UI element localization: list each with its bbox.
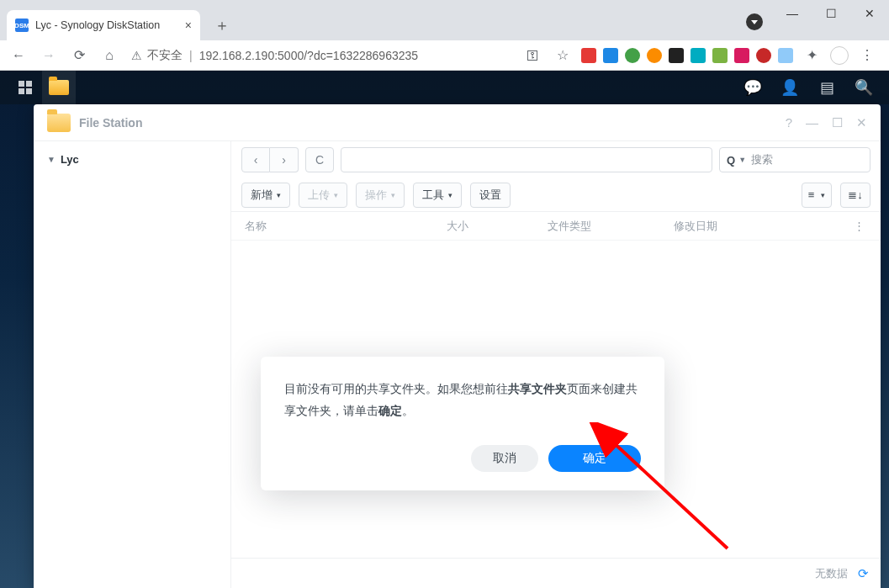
nav-refresh-button[interactable]: C bbox=[305, 147, 334, 172]
browser-toolbar-right: ⚿ ☆ ✦ ⋮ bbox=[521, 44, 882, 67]
path-nav-bar: ‹ › C Q ▼ 搜索 bbox=[231, 141, 881, 178]
url-display[interactable]: ⚠ 不安全 | 192.168.2.190:5000/?dc=163228696… bbox=[131, 48, 418, 63]
taskbar-file-station[interactable] bbox=[42, 71, 76, 104]
search-input[interactable]: Q ▼ 搜索 bbox=[719, 147, 870, 172]
extension-icon[interactable] bbox=[712, 48, 728, 63]
col-size[interactable]: 大小 bbox=[447, 219, 548, 234]
tools-button[interactable]: 工具▾ bbox=[413, 183, 462, 208]
window-title: File Station bbox=[79, 116, 142, 130]
ok-button[interactable]: 确定 bbox=[548, 445, 641, 472]
col-date[interactable]: 修改日期 bbox=[674, 219, 850, 234]
insecure-label: 不安全 bbox=[147, 48, 183, 63]
extension-icon[interactable] bbox=[669, 48, 684, 63]
browser-menu-icon[interactable]: ⋮ bbox=[855, 44, 879, 67]
window-maximize-icon[interactable]: ☐ bbox=[832, 115, 843, 130]
extension-icon[interactable] bbox=[691, 48, 706, 63]
browser-tab[interactable]: DSM Lyc - Synology DiskStation × bbox=[7, 10, 200, 40]
dsm-favicon: DSM bbox=[15, 19, 29, 32]
star-icon[interactable]: ☆ bbox=[551, 44, 574, 67]
tab-close-icon[interactable]: × bbox=[185, 19, 192, 32]
dsm-desktop: 💬 👤 ▤ 🔍 File Station ? — ☐ ✕ ▼ Lyc bbox=[0, 71, 889, 588]
profile-avatar-icon[interactable] bbox=[830, 46, 849, 65]
extension-icon[interactable] bbox=[581, 48, 596, 63]
caret-down-icon: ▼ bbox=[47, 155, 56, 164]
view-list-button[interactable]: ≡ ▾ bbox=[802, 183, 832, 208]
extension-icon[interactable] bbox=[647, 48, 662, 63]
dsm-search-icon[interactable]: 🔍 bbox=[847, 71, 881, 104]
window-maximize[interactable]: ☐ bbox=[812, 0, 850, 27]
new-tab-button[interactable]: ＋ bbox=[210, 13, 234, 37]
browser-address-bar: ← → ⟳ ⌂ ⚠ 不安全 | 192.168.2.190:5000/?dc=1… bbox=[0, 40, 889, 71]
window-minimize-icon[interactable]: — bbox=[806, 115, 818, 130]
dsm-widgets-icon[interactable]: ▤ bbox=[810, 71, 844, 104]
url-text: 192.168.2.190:5000/?dc=1632286963235 bbox=[199, 49, 418, 62]
folder-icon bbox=[47, 114, 71, 132]
window-controls: — ☐ ✕ bbox=[773, 0, 889, 27]
search-icon: Q bbox=[727, 154, 735, 167]
window-close[interactable]: ✕ bbox=[850, 0, 889, 27]
folder-tree-sidebar: ▼ Lyc bbox=[34, 141, 231, 588]
col-type[interactable]: 文件类型 bbox=[548, 219, 674, 234]
extension-icon[interactable] bbox=[778, 48, 793, 63]
dialog-message: 目前没有可用的共享文件夹。如果您想前往共享文件夹页面来创建共享文件夹，请单击确定… bbox=[284, 379, 641, 421]
dsm-main-menu[interactable] bbox=[8, 71, 42, 104]
extension-icon[interactable] bbox=[603, 48, 618, 63]
nav-back-icon[interactable]: ← bbox=[7, 44, 30, 67]
window-close-icon[interactable]: ✕ bbox=[856, 115, 867, 130]
status-bar: 无数据 ⟳ bbox=[231, 558, 881, 588]
extensions-puzzle-icon[interactable]: ✦ bbox=[800, 44, 823, 67]
search-placeholder: 搜索 bbox=[751, 152, 773, 167]
settings-button[interactable]: 设置 bbox=[470, 183, 511, 208]
confirm-dialog: 目前没有可用的共享文件夹。如果您想前往共享文件夹页面来创建共享文件夹，请单击确定… bbox=[261, 357, 664, 490]
extension-icon[interactable] bbox=[734, 48, 749, 63]
status-text: 无数据 bbox=[815, 566, 848, 581]
status-reload-icon[interactable]: ⟳ bbox=[858, 566, 869, 581]
window-titlebar[interactable]: File Station ? — ☐ ✕ bbox=[34, 104, 881, 141]
chevron-down-icon: ▼ bbox=[738, 156, 746, 164]
dsm-user-icon[interactable]: 👤 bbox=[773, 71, 807, 104]
folder-icon bbox=[49, 80, 69, 95]
col-menu-icon[interactable]: ⋮ bbox=[850, 220, 867, 232]
grid-icon bbox=[19, 81, 32, 94]
nav-forward-button[interactable]: › bbox=[270, 147, 299, 172]
sort-button[interactable]: ≣↓ bbox=[840, 183, 870, 208]
browser-tab-strip: DSM Lyc - Synology DiskStation × ＋ — ☐ ✕ bbox=[0, 0, 889, 40]
nav-back-button[interactable]: ‹ bbox=[241, 147, 270, 172]
key-icon[interactable]: ⚿ bbox=[521, 44, 544, 67]
file-toolbar: 新增▾ 上传▾ 操作▾ 工具▾ 设置 ≡ ▾ ≣↓ bbox=[231, 178, 881, 212]
extension-icon[interactable] bbox=[756, 48, 771, 63]
column-headers: 名称 大小 文件类型 修改日期 ⋮ bbox=[231, 212, 881, 241]
new-button[interactable]: 新增▾ bbox=[241, 183, 290, 208]
file-station-window: File Station ? — ☐ ✕ ▼ Lyc ‹ › bbox=[34, 104, 881, 588]
insecure-icon: ⚠ bbox=[131, 49, 142, 62]
extension-icon[interactable] bbox=[625, 48, 640, 63]
dsm-chat-icon[interactable]: 💬 bbox=[736, 71, 770, 104]
nav-forward-icon[interactable]: → bbox=[37, 44, 61, 67]
dsm-taskbar: 💬 👤 ▤ 🔍 bbox=[0, 71, 889, 104]
tab-overflow-icon[interactable] bbox=[746, 13, 763, 30]
path-input[interactable] bbox=[341, 147, 712, 172]
tab-title: Lyc - Synology DiskStation bbox=[35, 19, 160, 31]
tree-root-node[interactable]: ▼ Lyc bbox=[47, 153, 217, 166]
window-minimize[interactable]: — bbox=[773, 0, 812, 27]
window-help-icon[interactable]: ? bbox=[786, 115, 792, 130]
col-name[interactable]: 名称 bbox=[245, 219, 447, 234]
upload-button[interactable]: 上传▾ bbox=[299, 183, 347, 208]
nav-home-icon[interactable]: ⌂ bbox=[98, 44, 121, 67]
cancel-button[interactable]: 取消 bbox=[471, 445, 538, 472]
action-button[interactable]: 操作▾ bbox=[356, 183, 405, 208]
nav-reload-icon[interactable]: ⟳ bbox=[67, 44, 91, 67]
tree-node-label: Lyc bbox=[61, 153, 79, 166]
